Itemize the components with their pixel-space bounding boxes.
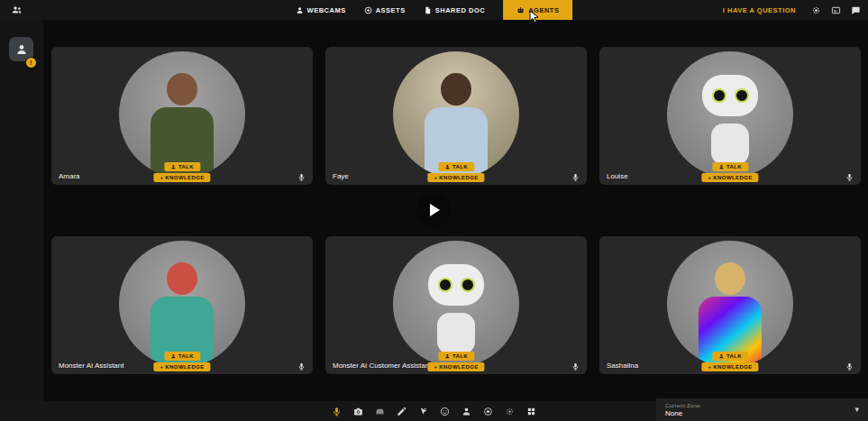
settings-button[interactable]: [811, 5, 821, 15]
agent-avatar: [119, 241, 245, 367]
agent-mic-button[interactable]: [845, 173, 854, 181]
agent-card: Louise TALK + KNOWLEDGE: [599, 47, 861, 185]
talk-icon: [170, 353, 176, 359]
agent-avatar: [393, 241, 519, 367]
talk-button[interactable]: TALK: [438, 162, 474, 171]
agent-card: Sashalina TALK + KNOWLEDGE: [599, 236, 861, 374]
knowledge-button[interactable]: + KNOWLEDGE: [701, 173, 758, 182]
knowledge-label: + KNOWLEDGE: [434, 175, 478, 180]
nav-agents[interactable]: AGENTS: [503, 0, 572, 20]
person-icon: [15, 43, 28, 56]
microphone-icon: [845, 362, 854, 371]
agent-mic-button[interactable]: [845, 362, 854, 371]
pointer-sparkle-icon: [418, 407, 428, 416]
zone-text: Current Zone None: [665, 403, 700, 417]
avatar-button[interactable]: [461, 407, 471, 416]
topbar-right-cluster: I HAVE A QUESTION: [717, 0, 861, 20]
talk-button[interactable]: TALK: [164, 162, 200, 171]
nav-label: ASSETS: [376, 6, 406, 14]
avatar-figure: [667, 51, 793, 178]
knowledge-button[interactable]: + KNOWLEDGE: [427, 173, 484, 182]
avatar-figure: [667, 241, 793, 367]
record-button[interactable]: [483, 407, 493, 416]
microphone-icon: [571, 362, 580, 371]
agent-actions: TALK + KNOWLEDGE: [701, 162, 758, 182]
talk-button[interactable]: TALK: [712, 162, 748, 171]
robot-icon: [516, 6, 525, 14]
talk-label: TALK: [178, 353, 194, 359]
topbar: WEBCAMS ASSETS SHARED DOC AGENTS I HAVE …: [0, 0, 868, 20]
captions-button[interactable]: [831, 5, 841, 15]
agent-card: Monster AI Assistant TALK + KNOWLEDGE: [51, 236, 313, 374]
emoji-button[interactable]: [440, 407, 450, 416]
microphone-icon: [332, 407, 342, 416]
self-avatar-button[interactable]: !: [9, 37, 33, 61]
agent-name: Sashalina: [607, 362, 638, 370]
have-a-question-button[interactable]: I HAVE A QUESTION: [717, 5, 801, 15]
microphone-icon: [845, 173, 854, 181]
microphone-icon: [297, 173, 306, 181]
agent-actions: TALK + KNOWLEDGE: [701, 352, 758, 371]
agent-mic-button[interactable]: [571, 173, 580, 181]
top-navigation: WEBCAMS ASSETS SHARED DOC AGENTS: [296, 0, 573, 20]
notification-badge: !: [25, 57, 37, 69]
talk-label: TALK: [178, 164, 194, 169]
talk-button[interactable]: TALK: [438, 352, 474, 361]
nav-assets[interactable]: ASSETS: [364, 0, 406, 20]
grid-icon: [526, 407, 536, 416]
chat-button[interactable]: [851, 5, 861, 15]
agent-name: Louise: [607, 172, 628, 180]
pencil-icon: [397, 407, 407, 416]
knowledge-button[interactable]: + KNOWLEDGE: [701, 362, 758, 371]
play-button[interactable]: [416, 193, 451, 227]
agent-mic-button[interactable]: [571, 362, 580, 371]
knowledge-label: + KNOWLEDGE: [434, 364, 478, 370]
toolbar-settings-button[interactable]: [505, 407, 515, 416]
talk-button[interactable]: TALK: [164, 352, 200, 361]
avatar-figure: [119, 241, 245, 367]
talk-icon: [444, 164, 450, 169]
agent-mic-button[interactable]: [297, 173, 306, 181]
knowledge-label: + KNOWLEDGE: [708, 364, 752, 370]
microphone-icon: [571, 173, 580, 181]
talk-icon: [718, 164, 724, 169]
camera-button[interactable]: [353, 407, 363, 416]
pointer-button[interactable]: [418, 407, 428, 416]
knowledge-label: + KNOWLEDGE: [160, 175, 204, 180]
mic-toggle-button[interactable]: [332, 407, 342, 416]
agent-card: Faye TALK + KNOWLEDGE: [325, 47, 587, 185]
agent-name: Monster AI Assistant: [59, 362, 123, 370]
talk-icon: [718, 353, 724, 359]
apps-grid-button[interactable]: [526, 407, 536, 416]
knowledge-button[interactable]: + KNOWLEDGE: [153, 362, 210, 371]
agent-avatar: [667, 241, 793, 367]
agents-grid: Amara TALK + KNOWLEDGE Faye TALK + KNO: [51, 47, 861, 374]
agent-card: Amara TALK + KNOWLEDGE: [51, 47, 313, 185]
nav-label: WEBCAMS: [307, 6, 346, 14]
zone-label: Current Zone: [665, 403, 700, 408]
talk-label: TALK: [726, 353, 742, 359]
participants-button[interactable]: [11, 5, 23, 15]
knowledge-button[interactable]: + KNOWLEDGE: [427, 362, 484, 371]
vehicle-button[interactable]: [375, 407, 385, 416]
avatar-figure: [119, 51, 245, 178]
microphone-icon: [297, 362, 306, 371]
vehicle-icon: [375, 407, 385, 416]
avatar-figure: [393, 51, 519, 178]
agent-name: Amara: [59, 172, 80, 180]
agent-mic-button[interactable]: [297, 362, 306, 371]
draw-button[interactable]: [397, 407, 407, 416]
webcam-icon: [296, 6, 304, 14]
zone-selector[interactable]: Current Zone None ▾: [656, 398, 868, 421]
chat-bubble-icon: [851, 5, 861, 15]
gear-icon: [505, 407, 515, 416]
talk-button[interactable]: TALK: [712, 352, 748, 361]
nav-webcams[interactable]: WEBCAMS: [296, 0, 346, 20]
agent-avatar: [393, 51, 519, 178]
participants-icon: [11, 5, 23, 15]
captions-icon: [831, 5, 841, 15]
talk-icon: [170, 164, 176, 169]
chevron-down-icon: ▾: [854, 406, 859, 414]
nav-shared-doc[interactable]: SHARED DOC: [424, 0, 485, 20]
knowledge-button[interactable]: + KNOWLEDGE: [153, 173, 210, 182]
